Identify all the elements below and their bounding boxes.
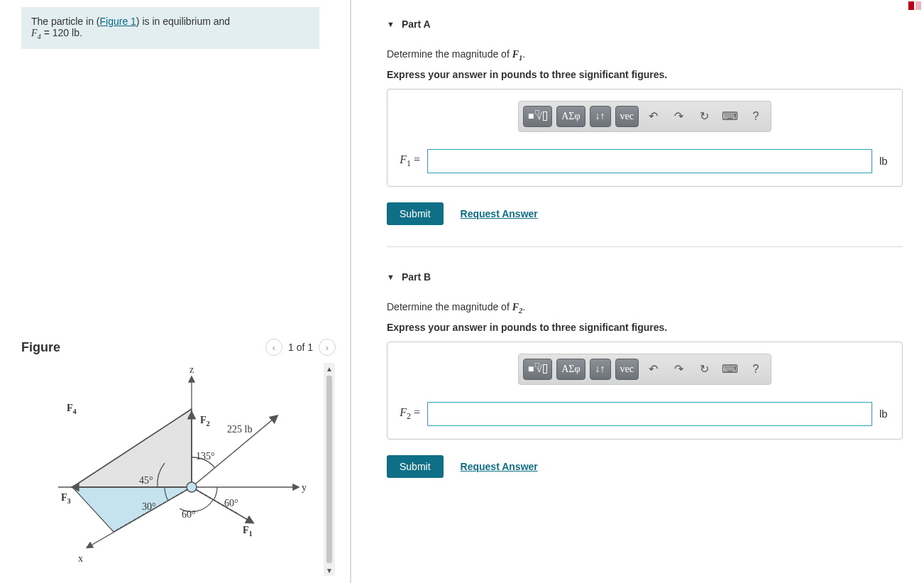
request-answer-link[interactable]: Request Answer — [461, 208, 538, 219]
right-panel: ▼ Part A Determine the magnitude of F1. … — [351, 0, 924, 583]
scroll-down-icon[interactable]: ▼ — [324, 565, 335, 576]
redo-button[interactable]: ↷ — [669, 106, 690, 127]
f4-value: = 120 lb. — [41, 27, 82, 38]
subscript-button[interactable]: ↓↑ — [590, 359, 611, 380]
help-button[interactable]: ? — [745, 106, 766, 127]
help-button[interactable]: ? — [745, 359, 766, 380]
svg-point-13 — [187, 482, 197, 492]
svg-text:F2: F2 — [200, 415, 210, 427]
part-b-prompt: Determine the magnitude of F2. — [387, 301, 903, 315]
figure-scrollbar[interactable]: ▲ ▼ — [324, 363, 335, 576]
reset-button[interactable]: ↻ — [694, 359, 715, 380]
figure-link[interactable]: Figure 1 — [99, 16, 136, 27]
part-a-prompt: Determine the magnitude of F1. — [387, 48, 903, 62]
part-b-hint: Express your answer in pounds to three s… — [387, 322, 903, 333]
svg-text:F4: F4 — [67, 403, 77, 415]
answer-lhs: F2 = — [396, 406, 420, 422]
figure-next-button[interactable]: › — [319, 339, 336, 356]
figure-header: Figure ‹ 1 of 1 › — [21, 319, 336, 356]
part-b-title: Part B — [402, 271, 431, 283]
equation-toolbar: ■□ √ ΑΣφ ↓↑ vec ↶ ↷ ↻ ⌨ ? — [518, 101, 771, 132]
part-a-answer-box: ■□ √ ΑΣφ ↓↑ vec ↶ ↷ ↻ ⌨ ? F1 = lb — [387, 89, 903, 187]
figure-frame: z y x F4 F2 225 lb F1 F3 135° 60° 60° 30… — [21, 363, 336, 576]
templates-button[interactable]: ■□ √ — [523, 106, 552, 127]
svg-text:45°: 45° — [139, 475, 153, 486]
templates-button[interactable]: ■□ √ — [523, 359, 552, 380]
figure-title: Figure — [21, 340, 60, 355]
submit-button[interactable]: Submit — [387, 202, 444, 225]
svg-text:60°: 60° — [182, 509, 196, 520]
request-answer-link[interactable]: Request Answer — [461, 461, 538, 472]
part-a-title: Part A — [402, 18, 431, 30]
figure-pager: ‹ 1 of 1 › — [265, 339, 336, 356]
keyboard-button[interactable]: ⌨ — [720, 106, 741, 127]
part-a-header[interactable]: ▼ Part A — [387, 0, 903, 34]
figure-page-indicator: 1 of 1 — [288, 342, 313, 353]
problem-text-2: ) is in equilibrium and — [136, 16, 230, 27]
vector-button[interactable]: vec — [615, 359, 639, 380]
subscript-button[interactable]: ↓↑ — [590, 106, 611, 127]
part-a-hint: Express your answer in pounds to three s… — [387, 69, 903, 80]
answer-unit: lb — [879, 155, 893, 167]
answer-line: F2 = lb — [396, 402, 893, 426]
var-f4: F4 — [31, 28, 41, 38]
problem-statement: The particle in (Figure 1) is in equilib… — [21, 7, 319, 49]
collapse-icon: ▼ — [387, 273, 395, 281]
problem-text: The particle in ( — [31, 16, 99, 27]
undo-button[interactable]: ↶ — [643, 359, 664, 380]
scroll-track[interactable] — [326, 376, 332, 563]
part-b: ▼ Part B Determine the magnitude of F2. … — [387, 253, 903, 499]
figure-prev-button[interactable]: ‹ — [265, 339, 282, 356]
left-panel: The particle in (Figure 1) is in equilib… — [0, 0, 351, 583]
svg-text:135°: 135° — [196, 451, 215, 462]
redo-button[interactable]: ↷ — [669, 359, 690, 380]
answer-unit: lb — [879, 408, 893, 420]
keyboard-button[interactable]: ⌨ — [720, 359, 741, 380]
svg-text:225 lb: 225 lb — [227, 424, 252, 435]
greek-button[interactable]: ΑΣφ — [556, 106, 585, 127]
svg-text:z: z — [189, 364, 194, 375]
answer-input-f1[interactable] — [427, 149, 872, 173]
svg-text:F1: F1 — [243, 525, 253, 538]
answer-input-f2[interactable] — [427, 402, 872, 426]
submit-button[interactable]: Submit — [387, 455, 444, 478]
svg-text:x: x — [78, 553, 83, 564]
figure-diagram: z y x F4 F2 225 lb F1 F3 135° 60° 60° 30… — [21, 363, 319, 576]
reset-button[interactable]: ↻ — [694, 106, 715, 127]
undo-button[interactable]: ↶ — [643, 106, 664, 127]
equation-toolbar: ■□ √ ΑΣφ ↓↑ vec ↶ ↷ ↻ ⌨ ? — [518, 354, 771, 385]
review-icon[interactable] — [908, 1, 921, 10]
svg-text:30°: 30° — [142, 501, 156, 512]
svg-marker-1 — [72, 487, 192, 532]
answer-lhs: F1 = — [396, 153, 420, 169]
part-b-answer-box: ■□ √ ΑΣφ ↓↑ vec ↶ ↷ ↻ ⌨ ? F2 = lb — [387, 342, 903, 440]
part-b-header[interactable]: ▼ Part B — [387, 253, 903, 287]
collapse-icon: ▼ — [387, 20, 395, 28]
svg-text:60°: 60° — [224, 498, 238, 508]
part-b-actions: Submit Request Answer — [387, 455, 903, 478]
greek-button[interactable]: ΑΣφ — [556, 359, 585, 380]
part-a-actions: Submit Request Answer — [387, 202, 903, 225]
part-a: ▼ Part A Determine the magnitude of F1. … — [387, 0, 903, 247]
svg-text:y: y — [302, 482, 307, 493]
scroll-up-icon[interactable]: ▲ — [324, 363, 335, 374]
vector-button[interactable]: vec — [615, 106, 639, 127]
answer-line: F1 = lb — [396, 149, 893, 173]
svg-text:F3: F3 — [61, 492, 71, 505]
